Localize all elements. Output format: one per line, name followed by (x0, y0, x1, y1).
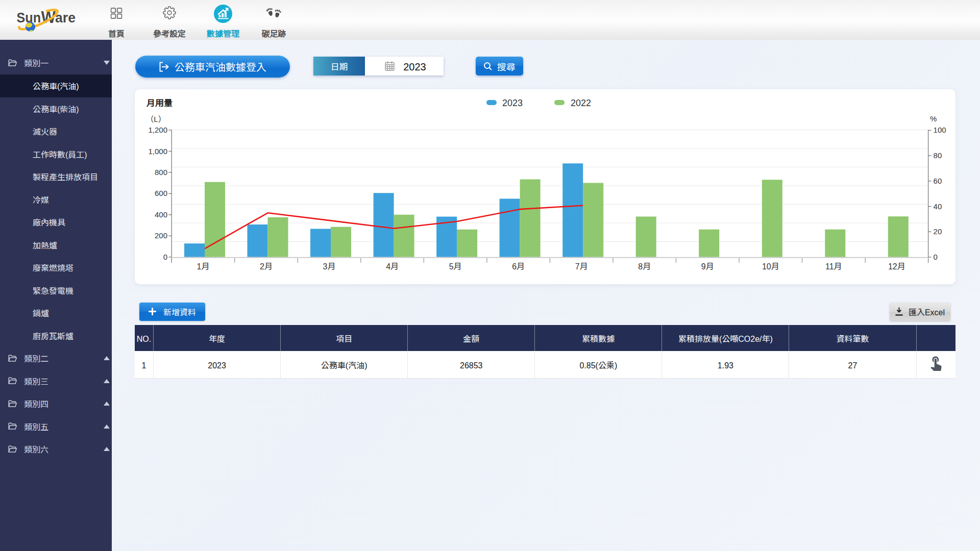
svg-text:10月: 10月 (762, 260, 779, 272)
svg-text:20: 20 (934, 226, 942, 236)
svg-text:400: 400 (155, 209, 167, 219)
svg-text:800: 800 (155, 166, 167, 177)
svg-text:11月: 11月 (825, 260, 842, 272)
svg-text:1,200: 1,200 (148, 124, 167, 135)
svg-text:600: 600 (155, 187, 167, 198)
svg-text:6月: 6月 (512, 260, 525, 272)
svg-text:60: 60 (934, 175, 942, 186)
svg-text:200: 200 (155, 230, 167, 240)
svg-text:0: 0 (934, 251, 938, 262)
svg-text:3月: 3月 (323, 260, 336, 272)
svg-text:（L）: （L） (146, 113, 165, 124)
svg-text:0: 0 (163, 251, 167, 262)
svg-text:2月: 2月 (260, 260, 273, 272)
svg-text:4月: 4月 (386, 260, 399, 272)
svg-text:8月: 8月 (638, 260, 651, 272)
svg-text:100: 100 (934, 124, 946, 135)
svg-text:7月: 7月 (575, 260, 588, 272)
svg-text:1,000: 1,000 (148, 145, 167, 156)
svg-text:1月: 1月 (197, 260, 210, 272)
svg-text:%: % (930, 113, 937, 123)
svg-text:12月: 12月 (888, 260, 905, 272)
svg-text:80: 80 (934, 149, 942, 160)
svg-text:9月: 9月 (701, 260, 714, 272)
svg-text:5月: 5月 (449, 260, 462, 272)
svg-text:40: 40 (934, 201, 942, 211)
